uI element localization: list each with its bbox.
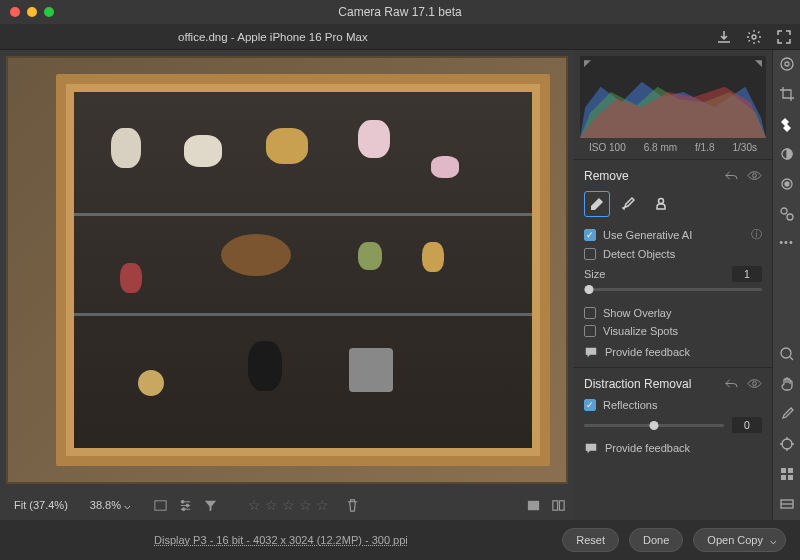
svg-point-19 <box>782 439 792 449</box>
svg-point-0 <box>752 35 756 39</box>
shutter: 1/30s <box>733 142 757 153</box>
svg-point-12 <box>785 62 789 66</box>
sliders-icon[interactable] <box>178 498 193 513</box>
histogram[interactable]: ◤ ◥ <box>580 56 766 138</box>
presets-icon[interactable] <box>779 206 795 222</box>
svg-point-3 <box>186 504 189 507</box>
open-copy-button[interactable]: Open Copy <box>693 528 786 552</box>
svg-rect-5 <box>528 500 539 509</box>
crop-icon[interactable] <box>779 86 795 102</box>
info-icon[interactable]: ⓘ <box>751 227 762 242</box>
visualize-spots-checkbox[interactable]: Visualize Spots <box>584 325 762 337</box>
svg-point-18 <box>781 348 791 358</box>
svg-rect-7 <box>559 500 564 509</box>
stamp-tool[interactable] <box>648 191 674 217</box>
size-slider[interactable] <box>584 288 762 291</box>
eye-icon[interactable] <box>747 168 762 183</box>
svg-point-10 <box>753 382 757 386</box>
titlebar: Camera Raw 17.1 beta <box>0 0 800 24</box>
download-icon[interactable] <box>716 29 732 45</box>
rating-stars[interactable]: ☆ ☆ ☆ ☆ ☆ <box>248 497 329 513</box>
more-icon[interactable]: ••• <box>779 236 794 248</box>
zoom-icon[interactable] <box>779 346 795 362</box>
redeye-icon[interactable] <box>779 176 795 192</box>
file-metadata[interactable]: Display P3 - 16 bit - 4032 x 3024 (12.2M… <box>154 534 408 546</box>
edit-icon[interactable] <box>779 56 795 72</box>
brush-tool[interactable] <box>616 191 642 217</box>
triangle-left-icon[interactable]: ◤ <box>584 58 591 68</box>
remove-title: Remove <box>584 169 629 183</box>
remove-tools <box>584 191 762 217</box>
svg-point-11 <box>781 58 793 70</box>
iso: ISO 100 <box>589 142 626 153</box>
svg-rect-21 <box>788 468 793 473</box>
size-label: Size <box>584 268 605 280</box>
size-slider-row: Size 1 <box>584 266 762 282</box>
compare-view-icon[interactable] <box>551 498 566 513</box>
star-icon[interactable]: ☆ <box>316 497 329 513</box>
eyedropper-icon[interactable] <box>779 406 795 422</box>
hand-icon[interactable] <box>779 376 795 392</box>
gear-icon[interactable] <box>746 29 762 45</box>
reflections-checkbox[interactable]: Reflections <box>584 399 762 411</box>
star-icon[interactable]: ☆ <box>248 497 261 513</box>
distraction-title: Distraction Removal <box>584 377 691 391</box>
star-icon[interactable]: ☆ <box>282 497 295 513</box>
exif-bar: ISO 100 6.8 mm f/1.8 1/30s <box>574 138 772 159</box>
canvas-bottom-bar: Fit (37.4%) 38.8% ⌵ ☆ ☆ ☆ ☆ ☆ <box>0 490 574 520</box>
trash-icon[interactable] <box>345 498 360 513</box>
svg-point-15 <box>785 182 789 186</box>
svg-rect-22 <box>781 475 786 480</box>
svg-point-9 <box>659 199 664 204</box>
reflections-value[interactable]: 0 <box>732 417 762 433</box>
eye-icon[interactable] <box>747 376 762 391</box>
reset-button[interactable]: Reset <box>562 528 619 552</box>
zoom-percent[interactable]: 38.8% ⌵ <box>84 496 137 515</box>
svg-rect-6 <box>553 500 558 509</box>
show-overlay-checkbox[interactable]: Show Overlay <box>584 307 762 319</box>
filter-icon[interactable] <box>203 498 218 513</box>
reflections-slider[interactable] <box>584 424 724 427</box>
star-icon[interactable]: ☆ <box>265 497 278 513</box>
remove-panel: Remove Use Generative AIⓘ Detect Objects… <box>574 159 772 367</box>
svg-point-16 <box>781 208 787 214</box>
star-icon[interactable]: ☆ <box>299 497 312 513</box>
mask-icon[interactable] <box>779 146 795 162</box>
done-button[interactable]: Done <box>629 528 683 552</box>
fullscreen-icon[interactable] <box>776 29 792 45</box>
filmstrip-icon[interactable] <box>779 496 795 512</box>
distraction-panel: Distraction Removal Reflections 0 Provid… <box>574 367 772 463</box>
svg-rect-23 <box>788 475 793 480</box>
chat-icon <box>584 441 598 455</box>
svg-point-8 <box>753 174 757 178</box>
undo-icon[interactable] <box>724 376 739 391</box>
svg-point-2 <box>181 500 184 503</box>
target-icon[interactable] <box>779 436 795 452</box>
zoom-fit[interactable]: Fit (37.4%) <box>8 496 74 514</box>
triangle-right-icon[interactable]: ◥ <box>755 58 762 68</box>
grid-view-icon[interactable] <box>779 466 795 482</box>
provide-feedback-link[interactable]: Provide feedback <box>584 441 762 455</box>
provide-feedback-link[interactable]: Provide feedback <box>584 345 762 359</box>
undo-icon[interactable] <box>724 168 739 183</box>
tool-rail: ••• <box>772 50 800 520</box>
info-bar: office.dng - Apple iPhone 16 Pro Max <box>0 24 800 50</box>
svg-point-17 <box>787 214 793 220</box>
side-panel: ◤ ◥ ISO 100 6.8 mm f/1.8 1/30s Remove Us <box>574 50 772 520</box>
use-generative-ai-checkbox[interactable]: Use Generative AIⓘ <box>584 227 762 242</box>
detect-objects-checkbox[interactable]: Detect Objects <box>584 248 762 260</box>
main: Fit (37.4%) 38.8% ⌵ ☆ ☆ ☆ ☆ ☆ <box>0 50 800 520</box>
app-title: Camera Raw 17.1 beta <box>0 5 800 19</box>
single-view-icon[interactable] <box>526 498 541 513</box>
image-canvas[interactable] <box>6 56 568 484</box>
aperture: f/1.8 <box>695 142 714 153</box>
eraser-tool[interactable] <box>584 191 610 217</box>
grid-icon[interactable] <box>153 498 168 513</box>
svg-rect-20 <box>781 468 786 473</box>
heal-icon[interactable] <box>779 116 795 132</box>
svg-point-4 <box>182 507 185 510</box>
svg-rect-1 <box>155 500 166 509</box>
canvas-area: Fit (37.4%) 38.8% ⌵ ☆ ☆ ☆ ☆ ☆ <box>0 50 574 520</box>
size-value[interactable]: 1 <box>732 266 762 282</box>
file-name: office.dng - Apple iPhone 16 Pro Max <box>178 31 368 43</box>
